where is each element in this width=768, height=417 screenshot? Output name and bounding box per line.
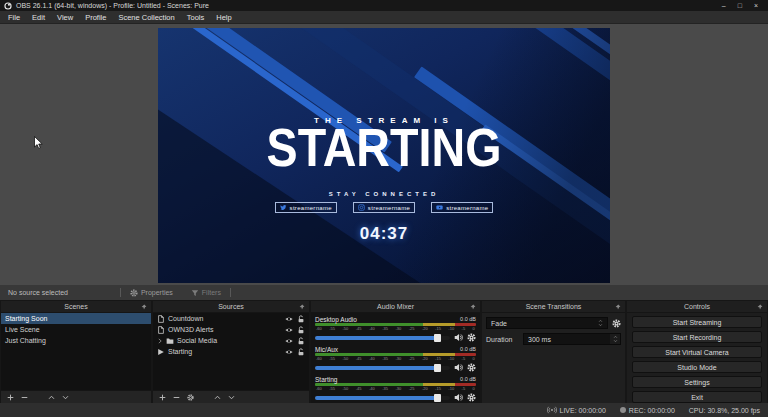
gear-icon[interactable] xyxy=(467,333,476,342)
transition-select[interactable]: Fade xyxy=(486,317,608,329)
visibility-eye-icon[interactable] xyxy=(285,315,293,323)
start-recording-button[interactable]: Start Recording xyxy=(632,331,762,343)
start-virtual-camera-button[interactable]: Start Virtual Camera xyxy=(632,346,762,358)
scenes-header: Scenes xyxy=(1,301,151,313)
countdown-timer: 04:37 xyxy=(158,224,610,244)
title-bar: OBS 26.1.1 (64-bit, windows) - Profile: … xyxy=(0,0,768,11)
slider-handle[interactable] xyxy=(434,394,441,402)
file-icon xyxy=(157,315,165,323)
speaker-icon[interactable] xyxy=(454,363,463,372)
menu-view[interactable]: View xyxy=(51,11,79,24)
channel-name: Starting xyxy=(315,376,337,383)
lock-icon[interactable] xyxy=(297,348,305,356)
menu-help[interactable]: Help xyxy=(210,11,237,24)
scene-transitions-body: Fade Duration 300 ms xyxy=(482,313,625,403)
twitter-icon xyxy=(280,204,287,211)
audio-mixer-body: Desktop Audio 0.0 dB -60-55-50-45-40-35-… xyxy=(311,313,480,403)
chevron-down-icon xyxy=(613,339,618,343)
instagram-icon xyxy=(358,204,365,211)
slider-handle[interactable] xyxy=(434,364,441,372)
remove-source-button[interactable] xyxy=(173,394,180,401)
volume-slider[interactable] xyxy=(315,396,450,400)
speaker-icon[interactable] xyxy=(454,333,463,342)
move-scene-down-button[interactable] xyxy=(62,394,69,401)
scenes-title: Scenes xyxy=(64,303,87,310)
menu-profile[interactable]: Profile xyxy=(79,11,112,24)
close-button[interactable]: × xyxy=(754,1,758,11)
scene-item-starting-soon[interactable]: Starting Soon xyxy=(1,313,151,324)
audio-mixer-panel: Audio Mixer Desktop Audio 0.0 dB -60-55-… xyxy=(311,301,480,403)
maximize-button[interactable]: □ xyxy=(738,1,742,11)
volume-slider[interactable] xyxy=(315,336,450,340)
transition-gear-icon[interactable] xyxy=(612,319,621,328)
move-source-up-button[interactable] xyxy=(214,394,221,401)
scene-transitions-title: Scene Transitions xyxy=(526,303,582,310)
visibility-eye-icon[interactable] xyxy=(285,348,293,356)
visibility-eye-icon[interactable] xyxy=(285,337,293,345)
sources-panel: Sources Countdown OWN3D Alerts xyxy=(153,301,309,403)
settings-button[interactable]: Settings xyxy=(632,376,762,388)
scene-item-live-scene[interactable]: Live Scene xyxy=(1,324,151,335)
volume-slider[interactable] xyxy=(315,366,450,370)
scenes-list: Starting Soon Live Scene Just Chatting xyxy=(1,313,151,390)
start-streaming-button[interactable]: Start Streaming xyxy=(632,316,762,328)
controls-title: Controls xyxy=(684,303,710,310)
scene-item-just-chatting[interactable]: Just Chatting xyxy=(1,335,151,346)
minimize-button[interactable]: – xyxy=(722,1,726,11)
live-status: LIVE: 00:00:00 xyxy=(547,406,606,414)
menu-tools[interactable]: Tools xyxy=(181,11,211,24)
gear-icon[interactable] xyxy=(467,393,476,402)
menu-edit[interactable]: Edit xyxy=(26,11,51,24)
source-item-starting[interactable]: Starting xyxy=(153,346,309,357)
gear-icon[interactable] xyxy=(467,363,476,372)
pin-icon[interactable] xyxy=(615,304,621,310)
channel-level: 0.0 dB xyxy=(460,346,476,352)
pin-icon[interactable] xyxy=(470,304,476,310)
duration-spinbox[interactable]: 300 ms xyxy=(523,333,621,345)
social-badges: streamername streamername streamername xyxy=(158,202,610,213)
filters-button[interactable]: Filters xyxy=(182,289,230,297)
add-scene-button[interactable] xyxy=(7,394,14,401)
lock-icon[interactable] xyxy=(297,315,305,323)
visibility-eye-icon[interactable] xyxy=(285,326,293,334)
properties-button[interactable]: Properties xyxy=(121,289,182,297)
add-source-button[interactable] xyxy=(159,394,166,401)
channel-name: Mic/Aux xyxy=(315,346,338,353)
slider-handle[interactable] xyxy=(434,334,441,342)
move-scene-up-button[interactable] xyxy=(48,394,55,401)
pin-icon[interactable] xyxy=(299,304,305,310)
move-source-down-button[interactable] xyxy=(228,394,235,401)
stay-connected-text: STAY CONNECTED xyxy=(158,191,610,197)
menu-scene-collection[interactable]: Scene Collection xyxy=(112,11,180,24)
lock-icon[interactable] xyxy=(297,326,305,334)
pin-icon[interactable] xyxy=(141,304,147,310)
window-title: OBS 26.1.1 (64-bit, windows) - Profile: … xyxy=(16,2,209,9)
pin-icon[interactable] xyxy=(757,304,763,310)
record-dot-icon xyxy=(620,407,626,413)
source-properties-button[interactable] xyxy=(187,394,194,401)
speaker-icon[interactable] xyxy=(454,393,463,402)
source-item-social-media[interactable]: Social Media xyxy=(153,335,309,346)
source-item-countdown[interactable]: Countdown xyxy=(153,313,309,324)
scene-transitions-header: Scene Transitions xyxy=(482,301,625,313)
source-item-own3d-alerts[interactable]: OWN3D Alerts xyxy=(153,324,309,335)
exit-button[interactable]: Exit xyxy=(632,391,762,403)
duration-spinner[interactable] xyxy=(610,334,620,344)
expand-caret-icon[interactable] xyxy=(157,338,163,344)
lock-icon[interactable] xyxy=(297,337,305,345)
scene-transitions-panel: Scene Transitions Fade Duration 300 ms xyxy=(482,301,625,403)
sources-toolbar xyxy=(153,390,309,403)
mixer-channel-starting: Starting 0.0 dB -60-55-50-45-40-35-30-25… xyxy=(315,375,476,403)
menu-file[interactable]: File xyxy=(2,11,26,24)
controls-panel: Controls Start Streaming Start Recording… xyxy=(627,301,767,403)
select-spinner[interactable] xyxy=(598,319,603,327)
chevron-down-icon xyxy=(598,323,603,327)
docks-area: Scenes Starting Soon Live Scene Just Cha… xyxy=(0,300,768,403)
source-toolbar: No source selected Properties Filters xyxy=(0,285,768,300)
broadcast-icon xyxy=(547,406,557,414)
preview-canvas[interactable]: THE STREAM IS STARTING STAY CONNECTED st… xyxy=(158,28,610,283)
studio-mode-button[interactable]: Studio Mode xyxy=(632,361,762,373)
audio-mixer-header: Audio Mixer xyxy=(311,301,480,313)
remove-scene-button[interactable] xyxy=(21,394,28,401)
duration-label: Duration xyxy=(486,336,519,343)
